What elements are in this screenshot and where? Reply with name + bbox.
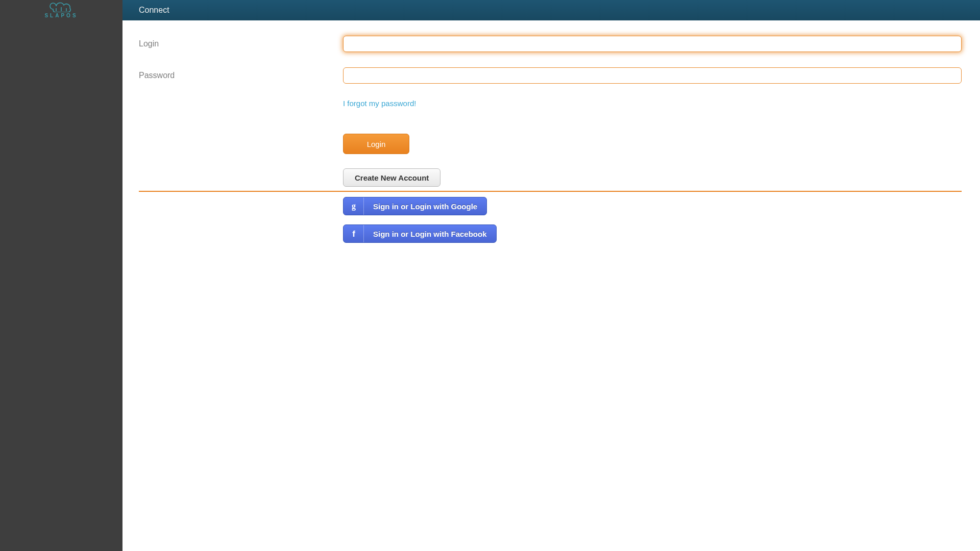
facebook-login-button[interactable]: f Sign in or Login with Facebook	[343, 224, 497, 243]
logo-text: SLAPOS	[44, 13, 78, 18]
forgot-password-link[interactable]: I forgot my password!	[343, 99, 416, 108]
google-icon: g	[344, 197, 364, 215]
create-account-button[interactable]: Create New Account	[343, 168, 440, 187]
login-form: Login Password I forgot my password! Log…	[122, 20, 980, 252]
password-row: Password	[139, 67, 964, 84]
main: Connect Login Password I forgot my passw…	[122, 0, 980, 551]
login-label: Login	[139, 39, 343, 48]
facebook-login-label: Sign in or Login with Facebook	[364, 225, 496, 242]
svg-text:g: g	[352, 202, 356, 211]
login-button[interactable]: Login	[343, 134, 409, 154]
divider	[139, 191, 962, 192]
sidebar: SLAPOS	[0, 0, 122, 551]
top-bar: Connect	[122, 0, 980, 20]
page-title: Connect	[139, 6, 169, 15]
logo[interactable]: SLAPOS	[0, 0, 122, 18]
facebook-icon: f	[344, 225, 364, 242]
password-input[interactable]	[343, 67, 962, 84]
google-login-button[interactable]: g Sign in or Login with Google	[343, 197, 487, 215]
login-input[interactable]	[343, 36, 962, 52]
login-row: Login	[139, 36, 964, 52]
svg-text:f: f	[352, 229, 355, 238]
cloud-icon	[44, 1, 78, 12]
password-label: Password	[139, 71, 343, 80]
google-login-label: Sign in or Login with Google	[364, 197, 486, 215]
